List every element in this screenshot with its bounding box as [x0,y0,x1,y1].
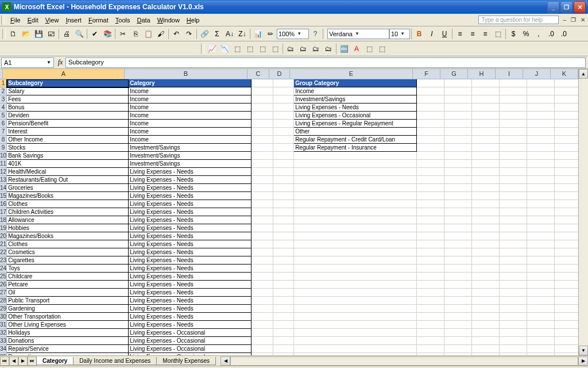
select-objects-icon[interactable]: ↖ [37,366,50,369]
col-header-D[interactable]: D [269,69,290,79]
cell-J28[interactable] [527,297,555,305]
row-header-14[interactable]: 14 [0,184,7,192]
cell-B6[interactable]: Income [129,120,252,128]
cell-J1[interactable] [527,79,555,87]
cell-J31[interactable] [527,321,555,329]
sort-asc-icon[interactable]: A↓ [223,28,236,40]
cell-G35[interactable] [444,353,472,355]
cell-A10[interactable]: Bank Savings [7,152,129,160]
vertical-scrollbar[interactable]: ▲ ▼ [578,69,588,355]
cell-F13[interactable] [417,176,444,184]
cell-A20[interactable]: Magazines/Books [7,232,129,240]
cell-F4[interactable] [417,103,444,112]
cell-F32[interactable] [417,329,444,337]
cell-G23[interactable] [444,256,472,264]
cell-F2[interactable] [417,87,444,95]
cell-J15[interactable] [527,192,555,200]
cell-G22[interactable] [444,248,472,256]
paste-icon[interactable]: 📋 [142,28,154,40]
cell-F11[interactable] [417,160,444,168]
cell-I26[interactable] [500,281,527,289]
cell-D15[interactable] [273,192,294,200]
cell-D18[interactable] [273,216,294,224]
cell-K20[interactable] [555,232,578,240]
cell-G7[interactable] [444,128,472,136]
cell-A28[interactable]: Public Transport [7,297,129,305]
scroll-up-button[interactable]: ▲ [579,69,588,79]
cell-A6[interactable]: Pension/Benefit [7,120,129,128]
cell-G1[interactable] [444,79,472,87]
cell-G13[interactable] [444,176,472,184]
cell-H22[interactable] [472,248,500,256]
cell-D16[interactable] [273,200,294,208]
cell-I19[interactable] [500,224,527,232]
cell-J27[interactable] [527,289,555,297]
col-header-G[interactable]: G [440,69,468,79]
line-style-icon[interactable]: ≡ [283,366,296,369]
cell-H32[interactable] [472,329,500,337]
cell-C10[interactable] [252,152,273,160]
cell-B15[interactable]: Living Expenses - Needs [129,192,252,200]
cell-H26[interactable] [472,281,500,289]
cell-A29[interactable]: Gardening [7,305,129,313]
cell-B22[interactable]: Living Expenses - Needs [129,248,252,256]
cell-B5[interactable]: Income [129,112,252,120]
cell-C4[interactable] [252,103,273,112]
underline-icon[interactable]: U [438,28,451,40]
cell-D5[interactable] [273,112,294,120]
hyperlink-icon[interactable]: 🔗 [198,28,211,40]
cell-H5[interactable] [472,112,500,120]
cell-B4[interactable]: Income [129,103,252,112]
cell-G31[interactable] [444,321,472,329]
menu-format[interactable]: Format [85,16,112,25]
cell-K22[interactable] [555,248,578,256]
cell-J26[interactable] [527,281,555,289]
cell-K27[interactable] [555,289,578,297]
cell-E18[interactable] [294,216,417,224]
cell-J20[interactable] [527,232,555,240]
grip-icon[interactable] [1,16,5,25]
cell-G18[interactable] [444,216,472,224]
menu-data[interactable]: Data [133,16,153,25]
row-header-4[interactable]: 4 [0,103,7,112]
row-header-25[interactable]: 25 [0,273,7,281]
cell-E15[interactable] [294,192,417,200]
cell-I30[interactable] [500,313,527,321]
cell-F16[interactable] [417,200,444,208]
spelling-icon[interactable]: ✔ [88,28,101,40]
cell-A13[interactable]: Restaurants/Eating Out [7,176,129,184]
scroll-left-button[interactable]: ◀ [220,356,230,366]
row-header-29[interactable]: 29 [0,305,7,313]
cell-G10[interactable] [444,152,472,160]
col-header-I[interactable]: I [496,69,523,79]
arrow-style-icon[interactable]: ⇄ [313,366,326,369]
row-headers[interactable]: 1234567891011121314151617181920212223242… [0,79,7,355]
cell-H21[interactable] [472,240,500,248]
col-header-F[interactable]: F [413,69,440,79]
cell-K24[interactable] [555,264,578,273]
menu-view[interactable]: View [42,16,63,25]
cell-A27[interactable]: Oil [7,289,129,297]
row-header-13[interactable]: 13 [0,176,7,184]
cell-E6[interactable]: Living Expenses - Regular Repayment [294,120,417,128]
cell-H7[interactable] [472,128,500,136]
cell-I15[interactable] [500,192,527,200]
cell-F12[interactable] [417,168,444,176]
cell-G17[interactable] [444,208,472,216]
cell-J14[interactable] [527,184,555,192]
cell-H23[interactable] [472,256,500,264]
cell-E28[interactable] [294,297,417,305]
cell-C17[interactable] [252,208,273,216]
cell-F33[interactable] [417,337,444,345]
cell-F15[interactable] [417,192,444,200]
cell-I18[interactable] [500,216,527,224]
cut-icon[interactable]: ✂ [117,28,129,40]
tool-icon[interactable]: 🗂 [310,43,322,55]
cell-I11[interactable] [500,160,527,168]
cell-H20[interactable] [472,232,500,240]
cell-B19[interactable]: Living Expenses - Needs [129,224,252,232]
cell-D21[interactable] [273,240,294,248]
cell-G32[interactable] [444,329,472,337]
cell-B3[interactable]: Income [129,95,252,103]
cell-G34[interactable] [444,345,472,353]
